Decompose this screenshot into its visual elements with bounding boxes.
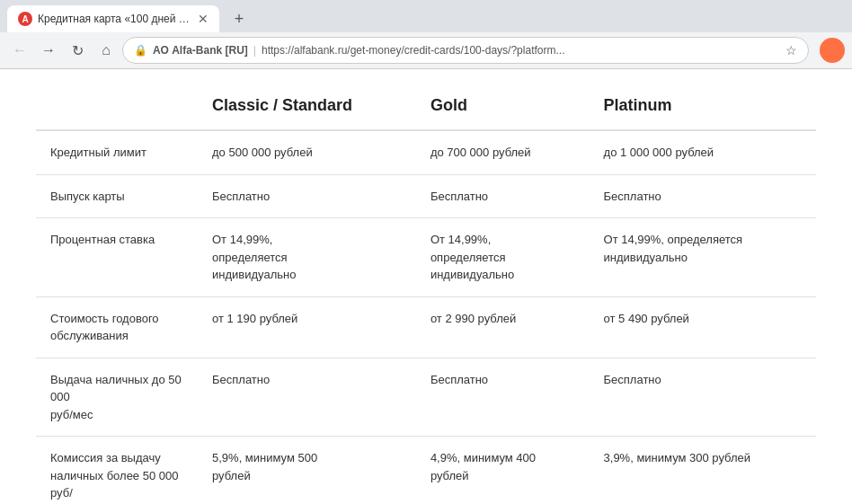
value-cell: 5,9%, минимум 500рублей: [198, 437, 416, 505]
col-header-feature: [36, 87, 198, 130]
url-text: https://alfabank.ru/get-money/credit-car…: [262, 44, 565, 57]
tab-favicon: A: [18, 12, 32, 26]
feature-cell: Комиссия за выдачуналичных более 50 000 …: [36, 437, 198, 505]
profile-avatar[interactable]: [820, 38, 845, 63]
value-cell: Бесплатно: [416, 174, 590, 218]
table-row: Комиссия за выдачуналичных более 50 000 …: [36, 437, 816, 505]
reload-button[interactable]: ↻: [65, 38, 90, 63]
value-cell: до 700 000 рублей: [416, 130, 590, 174]
comparison-table: Classic / Standard Gold Platinum Кредитн…: [36, 87, 816, 504]
nav-bar: ← → ↻ ⌂ 🔒 АО Alfa-Bank [RU] | https://al…: [0, 32, 852, 68]
value-cell: Бесплатно: [198, 358, 416, 437]
feature-cell: Процентная ставка: [36, 218, 198, 297]
value-cell: до 500 000 рублей: [198, 130, 416, 174]
value-cell: 4,9%, минимум 400рублей: [416, 437, 590, 505]
table-row: Стоимость годовогообслуживанияот 1 190 р…: [36, 296, 816, 358]
address-icons: ☆: [785, 43, 797, 57]
bookmark-icon[interactable]: ☆: [785, 43, 797, 57]
address-bar[interactable]: 🔒 АО Alfa-Bank [RU] | https://alfabank.r…: [122, 37, 809, 64]
col-header-platinum: Platinum: [590, 87, 816, 130]
new-tab-button[interactable]: +: [226, 6, 252, 31]
table-row: Выпуск картыБесплатноБесплатноБесплатно: [36, 174, 816, 218]
value-cell: Бесплатно: [590, 174, 816, 218]
home-button[interactable]: ⌂: [93, 38, 119, 63]
feature-cell: Выдача наличных до 50 000руб/мес: [36, 358, 198, 437]
table-row: Процентная ставкаОт 14,99%,определяетсяи…: [36, 218, 816, 297]
tab-title: Кредитная карта «100 дней бе...: [38, 13, 191, 25]
feature-cell: Кредитный лимит: [36, 130, 198, 174]
active-tab[interactable]: A Кредитная карта «100 дней бе... ✕: [7, 5, 219, 32]
value-cell: Бесплатно: [198, 174, 416, 218]
feature-cell: Стоимость годовогообслуживания: [36, 296, 198, 358]
value-cell: до 1 000 000 рублей: [590, 130, 816, 174]
table-row: Выдача наличных до 50 000руб/месБесплатн…: [36, 358, 816, 437]
bank-name: АО Alfa-Bank [RU]: [153, 44, 248, 57]
value-cell: от 1 190 рублей: [198, 296, 416, 358]
col-header-gold: Gold: [416, 87, 590, 130]
tab-bar: A Кредитная карта «100 дней бе... ✕ +: [0, 0, 852, 32]
value-cell: От 14,99%, определяетсяиндивидуально: [590, 218, 816, 297]
value-cell: 3,9%, минимум 300 рублей: [590, 437, 816, 505]
value-cell: Бесплатно: [416, 358, 590, 437]
feature-cell: Выпуск карты: [36, 174, 198, 218]
value-cell: От 14,99%,определяетсяиндивидуально: [416, 218, 590, 297]
page-content: Classic / Standard Gold Platinum Кредитн…: [0, 69, 852, 504]
value-cell: От 14,99%,определяетсяиндивидуально: [198, 218, 416, 297]
col-header-classic: Classic / Standard: [198, 87, 416, 130]
value-cell: от 5 490 рублей: [590, 296, 816, 358]
value-cell: Бесплатно: [590, 358, 816, 437]
url-separator: |: [253, 44, 256, 57]
browser-chrome: A Кредитная карта «100 дней бе... ✕ + ← …: [0, 0, 852, 69]
tab-close-button[interactable]: ✕: [198, 12, 209, 26]
back-button[interactable]: ←: [7, 38, 32, 63]
lock-icon: 🔒: [134, 44, 147, 57]
forward-button[interactable]: →: [36, 38, 61, 63]
table-row: Кредитный лимитдо 500 000 рублейдо 700 0…: [36, 130, 816, 174]
value-cell: от 2 990 рублей: [416, 296, 590, 358]
